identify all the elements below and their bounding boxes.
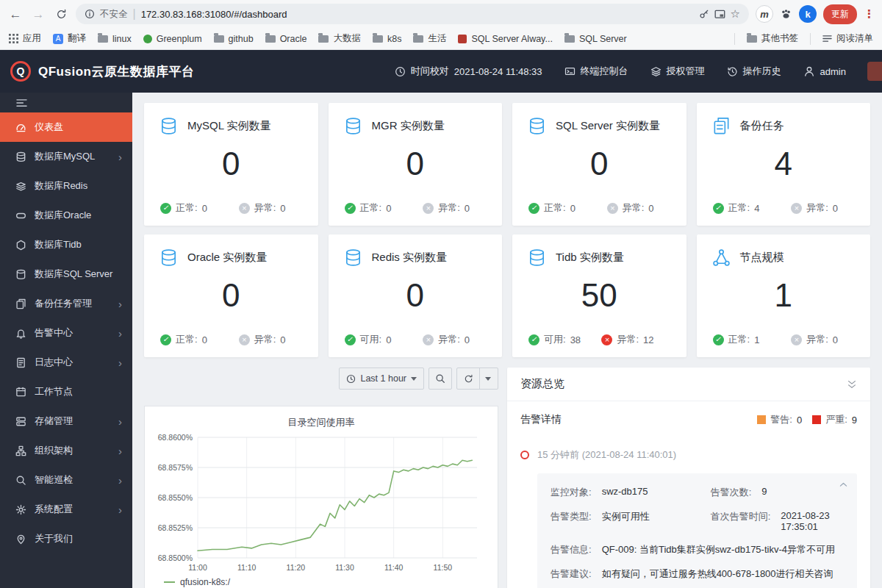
bookmark-label: Oracle <box>280 34 307 44</box>
card-value: 0 <box>343 279 488 312</box>
site-monogram-avatar[interactable]: m <box>756 5 773 23</box>
database-icon <box>15 151 26 162</box>
bookmark-label: github <box>229 34 254 44</box>
profile-avatar[interactable]: k <box>799 5 817 23</box>
refresh-button[interactable] <box>456 368 498 390</box>
sidebar-item-label: 智能巡检 <box>35 473 73 487</box>
collapse-up-icon[interactable] <box>839 480 848 490</box>
card-title: Oracle 实例数量 <box>187 251 267 265</box>
clock-icon <box>395 66 406 77</box>
folder-icon <box>747 35 757 43</box>
reading-list-button[interactable]: 阅读清单 <box>822 32 873 45</box>
card-stat-normal: 正常:0 <box>160 201 207 215</box>
folder-icon <box>318 35 329 43</box>
time-sync-item[interactable]: 时间校对 2021-08-24 11:48:33 <box>384 50 553 93</box>
operation-history-label: 操作历史 <box>743 65 781 78</box>
authorization-item[interactable]: 授权管理 <box>639 50 716 93</box>
sidebar-item-label: 仪表盘 <box>35 121 63 134</box>
chart-toolbar: Last 1 hour <box>144 368 498 390</box>
sidebar-item-dashboard[interactable]: 仪表盘 <box>0 112 132 142</box>
back-icon[interactable]: ← <box>7 8 24 21</box>
info-icon[interactable] <box>85 9 95 19</box>
address-bar[interactable]: 不安全 | 172.30.83.168:31080/#/dashboard ☆ <box>76 4 749 24</box>
time-range-button[interactable]: Last 1 hour <box>339 368 424 390</box>
sidebar-item-log-center[interactable]: 日志中心 › <box>0 348 132 377</box>
storage-icon <box>15 416 26 427</box>
sidebar-item-about[interactable]: 关于我们 <box>0 524 132 553</box>
time-range-label: Last 1 hour <box>360 373 406 384</box>
forward-icon[interactable]: → <box>30 8 46 21</box>
card-stat-abnormal: 异常:12 <box>601 333 653 346</box>
sidebar-item-backup[interactable]: 备份任务管理 › <box>0 289 132 318</box>
terminal-console-label: 终端控制台 <box>581 65 628 78</box>
bookmark-label: 应用 <box>23 32 41 45</box>
database-icon <box>15 269 26 280</box>
extension-paw-icon[interactable] <box>780 8 792 21</box>
card-stat-normal: 正常:1 <box>713 333 760 346</box>
app-header: Q QFusion云原生数据库平台 时间校对 2021-08-24 11:48:… <box>0 50 882 93</box>
bookmark-folder-github[interactable]: github <box>214 34 254 44</box>
zoom-out-button[interactable] <box>429 368 452 390</box>
sidebar-item-storage[interactable]: 存储管理 › <box>0 406 132 436</box>
resource-overview-panel: 资源总览 告警详情 警告: 0 <box>507 368 870 588</box>
sidebar-item-work-nodes[interactable]: 工作节点 <box>0 377 132 406</box>
database-icon <box>343 116 363 136</box>
bookmark-translate[interactable]: A 翻译 <box>53 32 86 45</box>
terminal-console-item[interactable]: 终端控制台 <box>553 50 639 93</box>
clock-icon <box>346 374 356 384</box>
update-button[interactable]: 更新 <box>823 4 857 24</box>
sidebar-item-tidb[interactable]: 数据库Tidb <box>0 230 132 259</box>
collapse-double-chevron-icon[interactable] <box>847 379 857 390</box>
user-menu-item[interactable]: admin <box>792 50 857 93</box>
header-corner-icon[interactable] <box>867 62 882 81</box>
menu-collapse-icon[interactable] <box>16 98 27 107</box>
sidebar-item-alert-center[interactable]: 告警中心 › <box>0 318 132 348</box>
user-label: admin <box>820 66 846 77</box>
browser-menu-icon[interactable]: ⋮ <box>864 7 875 21</box>
bookmark-folder-life[interactable]: 生活 <box>413 32 446 45</box>
bookmark-apps[interactable]: 应用 <box>9 32 41 45</box>
bookmark-folder-oracle[interactable]: Oracle <box>265 34 307 44</box>
bookmark-folder-sqlserver[interactable]: SQL Server <box>564 34 627 44</box>
card-title: MGR 实例数量 <box>372 119 445 133</box>
operation-history-item[interactable]: 操作历史 <box>716 50 792 93</box>
bookmark-label: 阅读清单 <box>836 32 873 45</box>
sidebar-item-redis[interactable]: 数据库Redis <box>0 171 132 201</box>
timeline-dot-icon <box>520 451 529 459</box>
alert-field-message: 告警信息:QF-009: 当前Tidb集群实例swz-db175-tikv-4异… <box>551 543 844 556</box>
address-divider: | <box>133 7 136 21</box>
bookmark-folder-bigdata[interactable]: 大数据 <box>318 32 361 45</box>
refresh-icon[interactable] <box>53 9 69 20</box>
sidebar-item-sqlserver[interactable]: 数据库SQL Server <box>0 259 132 289</box>
gear-icon <box>15 504 26 515</box>
bookmark-sqlserver-always[interactable]: SQL Server Alway... <box>458 34 552 44</box>
bookmarks-bar: 应用 A 翻译 linux Greenplum github Oracle 大数… <box>0 28 882 50</box>
usage-line-chart: 11:0011:1011:2011:3011:4011:5068.8600%68… <box>152 431 487 576</box>
other-bookmarks[interactable]: 其他书签 <box>747 32 798 45</box>
check-circle-icon <box>345 203 356 214</box>
sidebar-item-label: 组织架构 <box>35 444 73 457</box>
stat-card-redis: Redis 实例数量 0 可用:0 异常:0 <box>329 234 503 357</box>
gauge-icon <box>15 122 26 133</box>
backup-tasks-icon <box>711 116 731 136</box>
sidebar-item-organization[interactable]: 组织架构 › <box>0 436 132 465</box>
sidebar-item-mysql[interactable]: 数据库MySQL › <box>0 142 132 171</box>
bookmark-folder-k8s[interactable]: k8s <box>373 34 401 44</box>
stat-card-nodes: 节点规模 1 正常:1 异常:0 <box>697 234 871 357</box>
chart-legend[interactable]: qfusion-k8s:/ <box>152 576 490 588</box>
stat-card-mgr: MGR 实例数量 0 正常:0 异常:0 <box>329 103 503 226</box>
sidebar-item-system-config[interactable]: 系统配置 › <box>0 495 132 524</box>
bookmark-greenplum[interactable]: Greenplum <box>143 34 202 44</box>
bookmark-star-icon[interactable]: ☆ <box>731 7 740 21</box>
sidebar-item-inspection[interactable]: 智能巡检 › <box>0 465 132 495</box>
database-icon <box>159 116 179 136</box>
refresh-interval-caret[interactable] <box>479 368 491 389</box>
media-controls-icon[interactable] <box>714 10 725 19</box>
url-text: 172.30.83.168:31080/#/dashboard <box>141 9 694 20</box>
alert-detail-card: 监控对象:swz-db175 告警次数:9 告警类型:实例可用性 首次告警时间:… <box>537 473 857 588</box>
key-icon[interactable] <box>699 9 709 19</box>
sidebar-item-label: 数据库Oracle <box>35 209 91 222</box>
sidebar-item-oracle[interactable]: 数据库Oracle <box>0 201 132 230</box>
bookmark-folder-linux[interactable]: linux <box>98 34 132 44</box>
stat-card-mysql: MySQL 实例数量 0 正常:0 异常:0 <box>144 103 318 226</box>
